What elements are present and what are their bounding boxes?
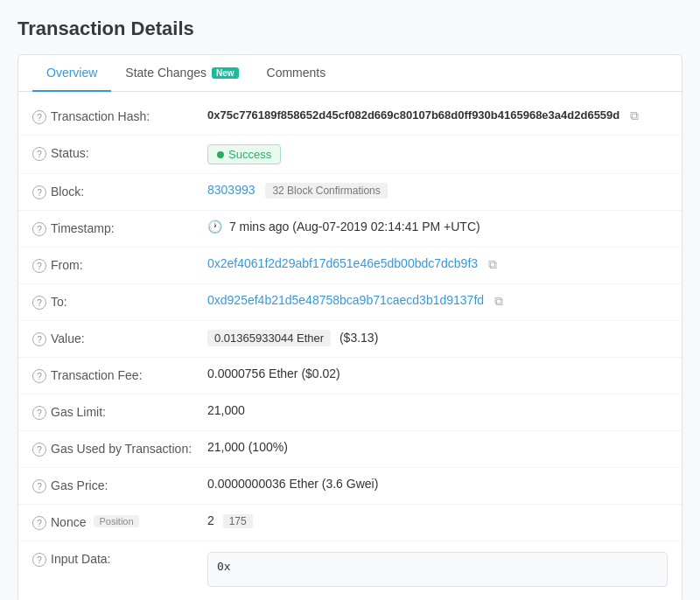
- help-icon-gas-used[interactable]: ?: [32, 443, 46, 457]
- tab-overview[interactable]: Overview: [32, 55, 111, 92]
- position-value: 175: [223, 514, 253, 528]
- clock-icon: 🕐: [207, 220, 222, 234]
- label-gas-limit: ? Gas Limit:: [32, 403, 207, 420]
- label-from: ? From:: [32, 256, 207, 273]
- status-text: Success: [228, 148, 271, 161]
- fee-text: 0.0000756 Ether ($0.02): [207, 366, 340, 380]
- block-number-link[interactable]: 8303993: [207, 183, 256, 197]
- value-gas-price: 0.0000000036 Ether (3.6 Gwei): [207, 477, 668, 491]
- hash-text: 0x75c776189f858652d45cf082d669c80107b68d…: [207, 108, 620, 122]
- help-icon-gas-limit[interactable]: ?: [32, 406, 46, 420]
- label-value: ? Value:: [32, 330, 207, 346]
- gas-limit-text: 21,000: [207, 403, 245, 417]
- tab-state-changes[interactable]: State Changes New: [111, 55, 252, 92]
- help-icon-fee[interactable]: ?: [32, 369, 46, 383]
- new-badge: New: [212, 67, 239, 79]
- row-gas-limit: ? Gas Limit: 21,000: [18, 394, 682, 431]
- value-from: 0x2ef4061f2d29abf17d651e46e5db00bdc7dcb9…: [207, 256, 668, 272]
- timestamp-text: 7 mins ago (Aug-07-2019 02:14:41 PM +UTC…: [229, 220, 480, 234]
- value-transaction-fee: 0.0000756 Ether ($0.02): [207, 366, 668, 380]
- help-icon-input-data[interactable]: ?: [32, 553, 46, 567]
- copy-icon-hash[interactable]: ⧉: [626, 108, 642, 123]
- help-icon-to[interactable]: ?: [32, 296, 46, 310]
- label-block: ? Block:: [32, 183, 207, 199]
- position-badge: Position: [94, 515, 138, 527]
- label-nonce: ? Nonce Position: [32, 513, 207, 530]
- value-transaction-hash: 0x75c776189f858652d45cf082d669c80107b68d…: [207, 108, 668, 123]
- page-title: Transaction Details: [18, 17, 682, 40]
- help-icon-value[interactable]: ?: [32, 332, 46, 346]
- value-gas-used: 21,000 (100%): [207, 440, 668, 454]
- block-confirmations: 32 Block Confirmations: [265, 183, 387, 199]
- value-block: 8303993 32 Block Confirmations: [207, 183, 668, 199]
- help-icon-gas-price[interactable]: ?: [32, 479, 46, 493]
- row-transaction-hash: ? Transaction Hash: 0x75c776189f858652d4…: [18, 99, 682, 136]
- row-transaction-fee: ? Transaction Fee: 0.0000756 Ether ($0.0…: [18, 358, 682, 394]
- tab-overview-label: Overview: [46, 66, 97, 80]
- tabs-container: Overview State Changes New Comments: [18, 55, 682, 92]
- help-icon-transaction-hash[interactable]: ?: [32, 110, 46, 124]
- row-from: ? From: 0x2ef4061f2d29abf17d651e46e5db00…: [18, 248, 682, 284]
- help-icon-status[interactable]: ?: [32, 147, 46, 161]
- label-gas-price: ? Gas Price:: [32, 477, 207, 493]
- value-status: Success: [207, 144, 668, 164]
- label-timestamp: ? Timestamp:: [32, 220, 207, 236]
- tab-state-changes-label: State Changes: [125, 66, 206, 80]
- value-ether: 0.01365933044 Ether ($3.13): [207, 330, 668, 346]
- ether-badge: 0.01365933044 Ether: [207, 330, 331, 346]
- success-dot: [217, 151, 224, 158]
- value-timestamp: 🕐 7 mins ago (Aug-07-2019 02:14:41 PM +U…: [207, 220, 668, 234]
- to-address-link[interactable]: 0xd925ef4b21d5e48758bca9b71caecd3b1d9137…: [207, 293, 484, 307]
- row-timestamp: ? Timestamp: 🕐 7 mins ago (Aug-07-2019 0…: [18, 211, 682, 248]
- row-gas-used: ? Gas Used by Transaction: 21,000 (100%): [18, 431, 682, 468]
- help-icon-from[interactable]: ?: [32, 259, 46, 273]
- label-transaction-hash: ? Transaction Hash:: [32, 108, 207, 124]
- nonce-label-text: Nonce: [51, 515, 86, 529]
- value-gas-limit: 21,000: [207, 403, 668, 417]
- from-address-link[interactable]: 0x2ef4061f2d29abf17d651e46e5db00bdc7dcb9…: [207, 256, 478, 270]
- value-nonce: 2 175: [207, 513, 668, 528]
- help-icon-block[interactable]: ?: [32, 185, 46, 199]
- row-value: ? Value: 0.01365933044 Ether ($3.13): [18, 321, 682, 358]
- row-gas-price: ? Gas Price: 0.0000000036 Ether (3.6 Gwe…: [18, 468, 682, 505]
- tab-content: ? Transaction Hash: 0x75c776189f858652d4…: [18, 92, 682, 600]
- row-to: ? To: 0xd925ef4b21d5e48758bca9b71caecd3b…: [18, 284, 682, 321]
- help-icon-nonce[interactable]: ?: [32, 516, 46, 530]
- row-input-data: ? Input Data: 0x: [18, 541, 682, 596]
- copy-icon-from[interactable]: ⧉: [485, 256, 500, 272]
- gas-price-text: 0.0000000036 Ether (3.6 Gwei): [207, 477, 378, 491]
- nonce-value: 2: [207, 513, 214, 527]
- label-status: ? Status:: [32, 144, 207, 161]
- transaction-card: Overview State Changes New Comments ? Tr…: [18, 54, 682, 600]
- status-badge: Success: [207, 144, 281, 164]
- label-input-data: ? Input Data:: [32, 550, 207, 567]
- copy-icon-to[interactable]: ⧉: [491, 293, 507, 309]
- input-data-box[interactable]: 0x: [207, 552, 668, 587]
- row-nonce: ? Nonce Position 2 175: [18, 505, 682, 541]
- help-icon-timestamp[interactable]: ?: [32, 222, 46, 236]
- usd-value: ($3.13): [340, 331, 378, 345]
- row-block: ? Block: 8303993 32 Block Confirmations: [18, 174, 682, 211]
- value-input-data: 0x: [207, 550, 668, 587]
- gas-used-text: 21,000 (100%): [207, 440, 288, 454]
- tab-comments[interactable]: Comments: [253, 55, 340, 92]
- label-transaction-fee: ? Transaction Fee:: [32, 366, 207, 383]
- tab-comments-label: Comments: [267, 66, 326, 80]
- label-to: ? To:: [32, 293, 207, 310]
- value-to: 0xd925ef4b21d5e48758bca9b71caecd3b1d9137…: [207, 293, 668, 309]
- label-gas-used: ? Gas Used by Transaction:: [32, 440, 207, 457]
- row-status: ? Status: Success: [18, 136, 682, 174]
